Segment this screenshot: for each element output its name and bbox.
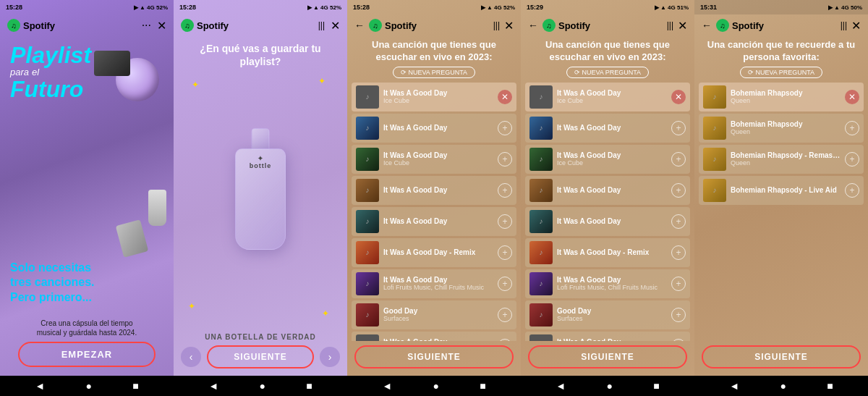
recents-nav-4[interactable]: ■	[653, 380, 659, 392]
recents-nav-2[interactable]: ■	[306, 380, 312, 392]
song-action-0[interactable]: ✕	[671, 90, 686, 104]
song-item-p3-0: ♪It Was A Good DayIce Cube✕	[352, 83, 516, 111]
star-deco-4: ✦	[322, 308, 329, 319]
song-action-p3-6[interactable]: +	[498, 277, 512, 291]
back-icon-4[interactable]: ←	[528, 20, 538, 31]
spotify-wordmark-1: Spotify	[23, 20, 55, 31]
song-thumb-p3-1: ♪	[356, 117, 379, 140]
siguiente-button-5[interactable]: SIGUIENTE	[702, 345, 861, 368]
song-info-0: It Was A Good DayIce Cube	[557, 89, 667, 104]
song-action-2[interactable]: +	[845, 152, 859, 167]
subtitle-text-1: Solo necesitastres canciones.Pero primer…	[10, 261, 163, 306]
song-name-4: It Was A Good Day	[557, 217, 667, 225]
question-area-2: ¿En qué vas a guardar tu playlist?	[181, 39, 340, 72]
bottle-neck	[252, 128, 270, 150]
status-bar-1: 15:28 ▶ ▲ 4G 52%	[0, 0, 174, 14]
back-icon-3[interactable]: ←	[354, 20, 365, 31]
song-info-2: Bohemian Rhapsody - Remaste...Queen	[731, 151, 841, 167]
song-action-3[interactable]: +	[671, 183, 686, 198]
close-button-5[interactable]: ✕	[851, 19, 861, 33]
nueva-pregunta-btn-5[interactable]: ⟳ NUEVA PREGUNTA	[740, 67, 822, 78]
song-thumb-p3-2: ♪	[356, 148, 379, 171]
panel3-footer: SIGUIENTE	[347, 341, 521, 376]
more-options-1[interactable]: ···	[142, 19, 151, 32]
spotify-icon-3: ♫	[369, 19, 382, 32]
siguiente-button-3[interactable]: SIGUIENTE	[354, 345, 514, 368]
recents-nav-3[interactable]: ■	[480, 380, 485, 392]
siguiente-button-2[interactable]: SIGUIENTE	[207, 345, 314, 368]
header-2: ♫ Spotify ||| ✕	[174, 14, 347, 36]
song-action-p3-2[interactable]: +	[498, 152, 512, 167]
song-action-3[interactable]: +	[845, 183, 859, 198]
close-button-1[interactable]: ✕	[157, 19, 166, 33]
screen-5: 15:31 ▶ ▲ 4G 50% ← ♫ Spotify ||| ✕ Una c…	[694, 0, 868, 396]
home-nav-5[interactable]: ●	[780, 380, 786, 392]
bottom-nav-3: ◄ ● ■	[347, 376, 521, 396]
song-name-0: It Was A Good Day	[557, 89, 667, 97]
empezar-button[interactable]: EMPEZAR	[18, 342, 156, 367]
back-nav-1[interactable]: ◄	[35, 380, 45, 392]
screen-1: 15:28 ▶ ▲ 4G 52% ♫ Spotify ··· ✕ Playlis…	[0, 0, 174, 396]
back-icon-5[interactable]: ←	[702, 20, 712, 31]
bottle-inner-label: ✦bottle	[236, 149, 285, 175]
status-bar-3: 15:28 ▶ ▲ 4G 52%	[347, 0, 521, 14]
song-action-4[interactable]: +	[671, 214, 686, 229]
back-nav-2[interactable]: ◄	[208, 380, 218, 392]
song-thumb-p3-5: ♪	[356, 241, 379, 264]
home-nav-2[interactable]: ●	[259, 380, 265, 392]
header-1: ♫ Spotify ··· ✕	[0, 14, 174, 36]
song-action-5[interactable]: +	[671, 245, 686, 260]
bar-chart-icon-5: |||	[841, 20, 847, 30]
status-icons-5: ▶ ▲ 4G 50%	[828, 4, 862, 11]
song-action-p3-1[interactable]: +	[498, 121, 512, 135]
home-nav-4[interactable]: ●	[606, 380, 612, 392]
back-nav-3[interactable]: ◄	[382, 380, 392, 392]
song-name-2: Bohemian Rhapsody - Remaste...	[731, 151, 841, 159]
close-button-4[interactable]: ✕	[678, 19, 687, 33]
song-info-6: It Was A Good DayLofi Fruits Music, Chil…	[557, 276, 667, 291]
song-info-5: It Was A Good Day - Remix	[557, 248, 667, 256]
song-action-1[interactable]: +	[845, 121, 859, 135]
spotify-wordmark-2: Spotify	[197, 20, 229, 31]
song-name-7: Good Day	[557, 307, 667, 315]
song-action-p3-0[interactable]: ✕	[498, 90, 512, 104]
home-nav-3[interactable]: ●	[433, 380, 438, 392]
song-item-1: ♪Bohemian RhapsodyQueen+	[699, 114, 864, 143]
header-left-3: ← ♫ Spotify	[354, 19, 417, 32]
recents-nav-1[interactable]: ■	[132, 380, 138, 392]
header-left-5: ← ♫ Spotify	[702, 19, 764, 32]
song-action-p3-4[interactable]: +	[498, 214, 512, 229]
bottle-body: ✦bottle	[235, 148, 286, 250]
header-right-5: ||| ✕	[841, 19, 861, 33]
header-left-4: ← ♫ Spotify	[528, 19, 590, 32]
song-action-p3-5[interactable]: +	[498, 245, 512, 260]
spotify-icon-2: ♫	[181, 19, 194, 32]
back-nav-5[interactable]: ◄	[729, 380, 739, 392]
spotify-icon-5: ♫	[716, 19, 729, 32]
song-item-4: ♪It Was A Good Day+	[525, 207, 690, 236]
star-deco-1: ✦	[192, 80, 199, 90]
song-action-7[interactable]: +	[671, 308, 686, 322]
song-action-p3-3[interactable]: +	[498, 183, 512, 198]
question-area-4: Una canción que tienes que escuchar en v…	[521, 36, 694, 83]
nueva-pregunta-btn-3[interactable]: ⟳ NUEVA PREGUNTA	[393, 67, 475, 78]
close-button-3[interactable]: ✕	[504, 19, 514, 33]
song-item-8: ♪It Was A Good DayIce Cube+	[525, 332, 690, 341]
back-nav-4[interactable]: ◄	[556, 380, 566, 392]
siguiente-button-4[interactable]: SIGUIENTE	[528, 345, 687, 368]
close-button-2[interactable]: ✕	[331, 19, 340, 33]
song-action-1[interactable]: +	[671, 121, 686, 135]
spotify-wordmark-5: Spotify	[732, 20, 764, 31]
next-button-2[interactable]: ›	[320, 347, 340, 367]
song-action-p3-7[interactable]: +	[498, 308, 512, 322]
song-action-6[interactable]: +	[671, 277, 686, 291]
prev-button-2[interactable]: ‹	[181, 347, 201, 367]
recents-nav-5[interactable]: ■	[827, 380, 833, 392]
home-nav-1[interactable]: ●	[85, 380, 91, 392]
song-list-5: ♪Bohemian RhapsodyQueen✕♪Bohemian Rhapso…	[694, 83, 868, 341]
nueva-pregunta-btn-4[interactable]: ⟳ NUEVA PREGUNTA	[566, 67, 649, 78]
song-action-0[interactable]: ✕	[845, 90, 859, 104]
song-thumb-p3-4: ♪	[356, 210, 379, 233]
song-action-2[interactable]: +	[671, 152, 686, 167]
song-thumb-1: ♪	[703, 117, 726, 140]
